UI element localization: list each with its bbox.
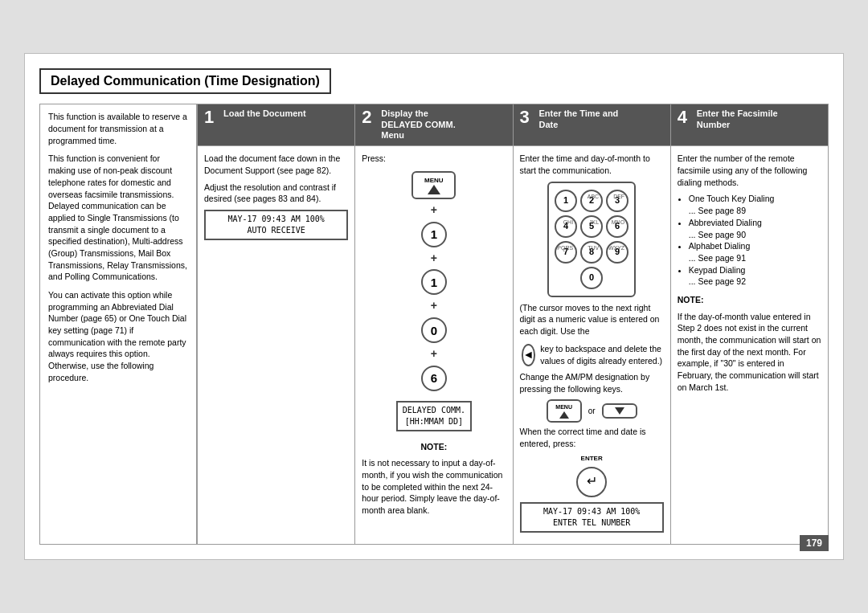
kp-sub-8: TUV xyxy=(588,244,599,252)
key-1-b[interactable]: 1 xyxy=(421,269,447,295)
step-4-title: Enter the Facsimile Number xyxy=(697,108,778,129)
plus-1: + xyxy=(431,202,437,219)
step-1-title-line1: Load the Document xyxy=(223,108,306,119)
step-4: 4 Enter the Facsimile Number Enter the n… xyxy=(670,104,828,543)
step-3: 3 Enter the Time and Date Enter the time… xyxy=(513,104,670,543)
step-2-display: DELAYED COMM. [HH:MMAM DD] xyxy=(396,401,472,431)
step-2-header: 2 Display the DELAYED COMM. Menu xyxy=(355,104,512,146)
step-3-body: Enter the time and day-of-month to start… xyxy=(514,146,670,543)
key-1-a[interactable]: 1 xyxy=(421,222,447,247)
intro-p2: This function is convenient for making u… xyxy=(48,153,188,283)
step-2-title-line3: Menu xyxy=(381,130,456,141)
small-up-arrow-icon xyxy=(559,411,569,419)
step-3-p1: Enter the time and day-of-month to start… xyxy=(520,153,664,176)
step-2-controls: MENU + 1 + 1 + 0 + 6 xyxy=(411,171,456,393)
small-down-arrow-icon xyxy=(615,407,624,415)
kp-key-3[interactable]: DEF3 xyxy=(606,190,628,212)
bullet-2-page: ... See page 90 xyxy=(689,230,746,239)
step-4-bullets: One Touch Key Dialing ... See page 89 Ab… xyxy=(678,193,821,288)
step-3-p2: (The cursor moves to the next right digi… xyxy=(520,302,664,337)
bullet-4-page: ... See page 92 xyxy=(689,276,746,286)
bullet-3: Alphabet Dialing ... See page 91 xyxy=(689,240,821,264)
enter-key[interactable]: ↵ xyxy=(576,467,607,497)
step-3-number: 3 xyxy=(520,108,534,126)
key-0[interactable]: 0 xyxy=(421,317,447,343)
menu-down-nav[interactable] xyxy=(602,403,637,419)
menu-up-button[interactable]: MENU xyxy=(411,171,456,199)
menu-nav-label: MENU xyxy=(555,403,572,411)
step-2-note-text: It is not necessary to input a day-of-mo… xyxy=(362,457,506,516)
ampm-nav-row: MENU or xyxy=(520,399,664,423)
step-3-p3: key to backspace and delete the values o… xyxy=(540,343,663,366)
bullet-1-page: ... See page 89 xyxy=(689,206,746,215)
kp-sub-7: PQRS xyxy=(557,244,573,252)
step-1-display: MAY-17 09:43 AM 100% AUTO RECEIVE xyxy=(204,210,348,240)
step-1-title: Load the Document xyxy=(223,108,306,119)
bullet-3-text: Alphabet Dialing xyxy=(689,241,750,251)
step-1-body: Load the document face down in the Docum… xyxy=(198,146,354,543)
keypad-row-1: 1 ABC2 DEF3 xyxy=(555,190,628,212)
step-2-display-line2: [HH:MMAM DD] xyxy=(403,416,465,427)
kp-key-0[interactable]: 0 xyxy=(580,267,603,289)
bullet-2-text: Abbreviated Dialing xyxy=(689,218,762,227)
bullet-3-page: ... See page 91 xyxy=(689,253,746,263)
kp-sub-2: ABC xyxy=(588,193,599,201)
steps-row: 1 Load the Document Load the document fa… xyxy=(197,104,828,543)
menu-up-nav[interactable]: MENU xyxy=(547,399,582,423)
keypad-row-2: GHI4 JKL5 MNO6 xyxy=(555,215,628,238)
step-3-display-line2: ENTER TEL NUMBER xyxy=(526,517,657,529)
intro-p3: You can activate this option while progr… xyxy=(48,289,188,384)
step-2-title-line2: DELAYED COMM. xyxy=(381,120,456,130)
kp-key-1[interactable]: 1 xyxy=(555,190,577,212)
step-4-title-line2: Number xyxy=(697,120,778,130)
up-arrow-icon xyxy=(428,185,440,194)
step-4-header: 4 Enter the Facsimile Number xyxy=(671,104,828,146)
page-title: Delayed Communication (Time Designation) xyxy=(39,68,331,94)
step-1-p1: Load the document face down in the Docum… xyxy=(204,153,348,176)
step-3-p4: Change the AM/PM designation by pressing… xyxy=(520,371,664,394)
step-3-display-line1: MAY-17 09:43 AM 100% xyxy=(526,506,657,517)
content-area: This function is available to reserve a … xyxy=(39,104,829,544)
kp-sub-5: JKL xyxy=(589,219,599,227)
kp-key-8[interactable]: TUV8 xyxy=(580,241,603,264)
kp-key-7[interactable]: PQRS7 xyxy=(555,241,577,264)
bullet-4-text: Keypad Dialing xyxy=(689,265,746,275)
enter-key-container: ENTER ↵ xyxy=(520,454,664,497)
kp-key-6[interactable]: MNO6 xyxy=(606,215,628,238)
bullet-2: Abbreviated Dialing ... See page 90 xyxy=(689,217,821,240)
kp-key-2[interactable]: ABC2 xyxy=(580,190,603,212)
kp-key-5[interactable]: JKL5 xyxy=(580,215,603,238)
step-4-p1: Enter the number of the remote facsimile… xyxy=(678,153,821,188)
step-4-body: Enter the number of the remote facsimile… xyxy=(671,146,828,543)
step-1: 1 Load the Document Load the document fa… xyxy=(197,104,354,543)
step-4-title-line1: Enter the Facsimile xyxy=(697,108,778,119)
step-2: 2 Display the DELAYED COMM. Menu Press: … xyxy=(354,104,512,543)
menu-label: MENU xyxy=(424,176,444,185)
step-4-note-label: NOTE: xyxy=(678,295,704,304)
step-1-header: 1 Load the Document xyxy=(198,104,354,146)
backspace-key[interactable]: ◄ xyxy=(522,344,536,366)
intro-column: This function is available to reserve a … xyxy=(40,104,197,543)
key-6[interactable]: 6 xyxy=(421,366,447,391)
or-label: or xyxy=(588,406,596,417)
step-2-display-line1: DELAYED COMM. xyxy=(403,405,465,416)
bullet-1: One Touch Key Dialing ... See page 89 xyxy=(689,193,821,216)
step-3-display: MAY-17 09:43 AM 100% ENTER TEL NUMBER xyxy=(520,502,664,533)
kp-key-9[interactable]: WXYZ9 xyxy=(606,241,628,264)
enter-key-label: ENTER xyxy=(520,454,664,463)
step-2-number: 2 xyxy=(362,108,376,126)
plus-3: + xyxy=(431,298,437,314)
step-1-p2: Adjust the resolution and contrast if de… xyxy=(204,182,348,205)
step-4-number: 4 xyxy=(678,108,692,126)
backspace-row: ◄ key to backspace and delete the values… xyxy=(520,342,664,368)
intro-p1: This function is available to reserve a … xyxy=(48,111,188,146)
step-1-number: 1 xyxy=(204,108,219,126)
step-3-title-line2: Date xyxy=(539,120,619,130)
keypad-row-3: PQRS7 TUV8 WXYZ9 xyxy=(555,241,628,264)
step-2-note-label: NOTE: xyxy=(421,442,448,452)
step-3-keypad: 1 ABC2 DEF3 GHI4 JKL5 MNO6 PQRS7 xyxy=(547,182,636,297)
kp-key-4[interactable]: GHI4 xyxy=(555,215,577,238)
step-2-body: Press: MENU + 1 + 1 + 0 xyxy=(355,146,512,543)
bullet-4: Keypad Dialing ... See page 92 xyxy=(689,264,821,288)
step-3-title: Enter the Time and Date xyxy=(539,108,619,129)
